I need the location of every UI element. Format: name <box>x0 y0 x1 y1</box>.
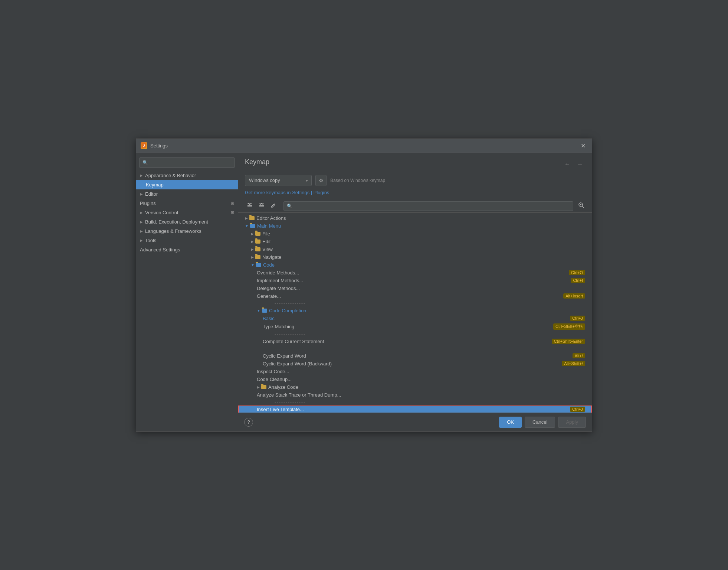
tree-item-label: Editor Actions <box>256 215 585 221</box>
sidebar-item-appearance[interactable]: ▶ Appearance & Behavior <box>136 171 238 180</box>
separator: -------------- <box>238 399 592 405</box>
tree-item-inspect-code[interactable]: Inspect Code... <box>238 368 592 375</box>
chevron-right-icon: ▶ <box>140 238 143 242</box>
sidebar-item-version-control[interactable]: ▶ Version Control ⊞ <box>136 208 238 217</box>
sidebar-item-label: Languages & Frameworks <box>145 228 201 234</box>
chevron-down-icon: ▼ <box>245 224 249 228</box>
separator: -------------- <box>238 331 592 338</box>
tree-item-label: Analyze Stack Trace or Thread Dump... <box>257 392 585 398</box>
based-on-label: Based on Windows keymap <box>330 178 385 183</box>
tree-item-override-methods[interactable]: Override Methods... Ctrl+O <box>238 269 592 277</box>
tree-item-label: Main Menu <box>257 223 585 229</box>
shortcut-badge: Alt+Insert <box>563 293 585 299</box>
ok-button[interactable]: OK <box>499 417 522 428</box>
chevron-right-icon: ▶ <box>251 240 254 244</box>
tree-item-insert-live-template[interactable]: Insert Live Template... Ctrl+J <box>238 405 592 413</box>
sidebar-item-label: Appearance & Behavior <box>145 173 196 178</box>
keymap-tree: ▶ Editor Actions ▼ Main Menu ▶ File <box>238 213 592 413</box>
tree-item-implement-methods[interactable]: Implement Methods... Ctrl+I <box>238 277 592 284</box>
tree-item-analyze-code[interactable]: ▶ Analyze Code <box>238 383 592 391</box>
tree-item-complete-current[interactable]: Complete Current Statement Ctrl+Shift+En… <box>238 338 592 345</box>
tree-item-label: Delegate Methods... <box>257 286 585 291</box>
sidebar-item-tools[interactable]: ▶ Tools <box>136 236 238 245</box>
keymap-search-input[interactable] <box>294 203 570 209</box>
sidebar-item-languages[interactable]: ▶ Languages & Frameworks <box>136 227 238 236</box>
tree-item-edit[interactable]: ▶ Edit <box>238 238 592 245</box>
tree-item-code[interactable]: ▼ Code <box>238 261 592 269</box>
tree-item-label: Cyclic Expand Word <box>263 353 573 359</box>
sidebar-item-plugins[interactable]: Plugins ⊞ <box>136 199 238 208</box>
tree-item-view[interactable]: ▶ View <box>238 245 592 253</box>
sidebar-item-label: Advanced Settings <box>140 247 180 253</box>
tree-item-label: Insert Live Template... <box>257 407 570 412</box>
tree-item-label: Generate... <box>257 293 563 299</box>
tree-item-editor-actions[interactable]: ▶ Editor Actions <box>238 214 592 222</box>
chevron-right-icon: ▶ <box>251 232 254 236</box>
edit-shortcut-button[interactable] <box>269 201 278 211</box>
tree-item-code-completion[interactable]: ▼ Code Completion <box>238 307 592 315</box>
keymap-search-bar[interactable]: 🔍 <box>283 201 573 211</box>
tree-item-label: Inspect Code... <box>257 369 585 374</box>
separator: -------------- <box>238 345 592 352</box>
tree-item-label: Type-Matching <box>263 324 553 329</box>
tree-item-file[interactable]: ▶ File <box>238 230 592 238</box>
tree-item-label: Navigate <box>262 254 585 260</box>
folder-icon <box>262 309 267 313</box>
sidebar-item-advanced[interactable]: Advanced Settings <box>136 245 238 254</box>
tree-item-cyclic-expand-back[interactable]: Cyclic Expand Word (Backward) Alt+Shift+… <box>238 360 592 368</box>
sidebar-search[interactable]: 🔍 <box>139 157 235 168</box>
tree-item-label: Analyze Code <box>268 384 585 390</box>
get-more-keymaps-link[interactable]: Get more keymaps in Settings | Plugins <box>245 190 585 195</box>
tree-item-generate[interactable]: Generate... Alt+Insert <box>238 292 592 300</box>
shortcut-badge: Ctrl+J <box>570 407 585 412</box>
chevron-right-icon: ▶ <box>251 247 254 251</box>
svg-line-8 <box>273 205 274 205</box>
tree-item-label: Basic <box>263 316 570 321</box>
folder-icon <box>256 263 261 267</box>
sidebar-item-label: Tools <box>145 238 156 243</box>
collapse-all-button[interactable] <box>245 201 255 211</box>
shortcut-badge: Ctrl+J <box>570 316 585 321</box>
vc-icon: ⊞ <box>231 210 234 215</box>
tree-item-cyclic-expand[interactable]: Cyclic Expand Word Alt+/ <box>238 352 592 360</box>
separator: -------------- <box>238 300 592 307</box>
bottom-actions: OK Cancel Apply <box>499 417 586 428</box>
tree-item-type-matching[interactable]: Type-Matching Ctrl+Shift+空格 <box>238 322 592 331</box>
help-button[interactable]: ? <box>244 418 253 427</box>
back-button[interactable]: ← <box>562 160 573 168</box>
tree-item-code-cleanup[interactable]: Code Cleanup... <box>238 375 592 383</box>
chevron-down-icon: ▼ <box>251 263 255 267</box>
search-icon: 🔍 <box>142 160 148 165</box>
find-action-button[interactable] <box>578 202 585 210</box>
tree-item-label: Implement Methods... <box>257 278 571 283</box>
close-button[interactable]: ✕ <box>578 141 587 150</box>
expand-selected-button[interactable] <box>257 201 266 211</box>
tree-item-navigate[interactable]: ▶ Navigate <box>238 253 592 261</box>
tree-item-basic[interactable]: Basic Ctrl+J <box>238 315 592 322</box>
cancel-button[interactable]: Cancel <box>525 417 555 428</box>
gear-button[interactable]: ⚙ <box>315 175 327 186</box>
shortcut-badge: Ctrl+O <box>569 270 585 275</box>
tree-item-label: Code <box>263 262 585 268</box>
tree-item-analyze-stack[interactable]: Analyze Stack Trace or Thread Dump... <box>238 391 592 399</box>
sidebar-item-build[interactable]: ▶ Build, Execution, Deployment <box>136 217 238 227</box>
tree-item-label: Complete Current Statement <box>263 339 552 344</box>
shortcut-badge: Ctrl+Shift+空格 <box>553 323 585 330</box>
keymap-select[interactable]: Windows copy <box>245 175 312 186</box>
svg-text:J: J <box>143 144 145 147</box>
sidebar-item-label: Keymap <box>146 182 164 188</box>
sidebar-item-editor[interactable]: ▶ Editor <box>136 189 238 199</box>
folder-icon <box>255 255 260 259</box>
tree-item-delegate-methods[interactable]: Delegate Methods... <box>238 284 592 292</box>
apply-button[interactable]: Apply <box>558 417 586 428</box>
tree-item-main-menu[interactable]: ▼ Main Menu <box>238 222 592 230</box>
sidebar-search-input[interactable] <box>150 160 232 165</box>
chevron-right-icon: ▶ <box>251 255 254 259</box>
tree-item-label: Edit <box>262 239 585 244</box>
tree-item-label: View <box>262 247 585 252</box>
folder-icon <box>250 224 255 228</box>
sidebar-item-label: Build, Execution, Deployment <box>145 219 208 225</box>
forward-button[interactable]: → <box>575 160 585 168</box>
sidebar-item-keymap[interactable]: Keymap <box>136 180 238 189</box>
folder-icon <box>261 385 266 389</box>
